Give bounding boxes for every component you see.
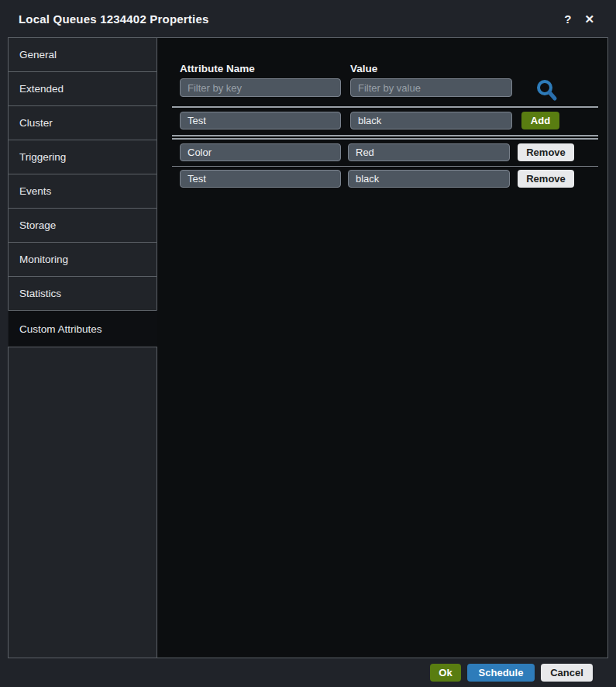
row-value-input[interactable] — [348, 170, 510, 188]
properties-dialog: Local Queues 1234402 Properties ? ✕ Gene… — [0, 0, 616, 687]
filter-value-input[interactable] — [350, 78, 512, 97]
help-icon[interactable]: ? — [564, 13, 571, 25]
tab-monitoring[interactable]: Monitoring — [8, 242, 157, 276]
titlebar: Local Queues 1234402 Properties ? ✕ — [0, 0, 616, 37]
tab-label: Triggering — [19, 151, 66, 163]
divider — [172, 106, 598, 108]
row-name-input[interactable] — [180, 170, 341, 188]
tab-label: Monitoring — [19, 254, 68, 265]
dialog-title: Local Queues 1234402 Properties — [19, 12, 209, 26]
close-icon[interactable]: ✕ — [584, 13, 594, 25]
sidebar: General Extended Cluster Triggering Even… — [8, 37, 157, 658]
remove-button[interactable]: Remove — [518, 170, 574, 188]
dialog-content: General Extended Cluster Triggering Even… — [8, 37, 608, 658]
tab-statistics[interactable]: Statistics — [8, 276, 157, 310]
tab-label: Cluster — [19, 117, 53, 129]
add-value-input[interactable] — [350, 112, 512, 129]
add-name-input[interactable] — [180, 112, 341, 129]
search-icon — [535, 78, 559, 103]
row-name-input[interactable] — [180, 143, 341, 161]
row-value-input[interactable] — [348, 143, 510, 161]
filter-key-input[interactable] — [180, 78, 341, 97]
tab-label: Storage — [19, 219, 56, 231]
dialog-footer: Ok Schedule Cancel — [0, 658, 616, 687]
divider — [172, 138, 598, 140]
attribute-name-header: Attribute Name — [180, 63, 255, 74]
tab-label: Extended — [19, 83, 64, 95]
value-header: Value — [350, 63, 377, 74]
add-button[interactable]: Add — [521, 112, 559, 129]
ok-button[interactable]: Ok — [430, 664, 461, 682]
tab-events[interactable]: Events — [8, 174, 157, 208]
tab-general[interactable]: General — [8, 37, 157, 71]
tab-label: Custom Attributes — [19, 323, 102, 335]
tab-storage[interactable]: Storage — [8, 208, 157, 242]
custom-attributes-panel: Attribute Name Value Add Remove — [157, 37, 608, 658]
schedule-button[interactable]: Schedule — [467, 664, 535, 682]
tab-cluster[interactable]: Cluster — [8, 105, 157, 140]
search-button[interactable] — [534, 78, 560, 103]
divider — [172, 166, 598, 167]
tab-label: General — [19, 49, 57, 60]
divider — [172, 135, 598, 136]
remove-button[interactable]: Remove — [518, 143, 574, 161]
tab-label: Statistics — [19, 288, 61, 299]
tab-label: Events — [19, 185, 51, 197]
sidebar-filler — [8, 347, 157, 658]
tab-custom-attributes[interactable]: Custom Attributes — [8, 310, 157, 347]
cancel-button[interactable]: Cancel — [541, 664, 593, 682]
tab-extended[interactable]: Extended — [8, 71, 157, 105]
tab-triggering[interactable]: Triggering — [8, 140, 157, 174]
titlebar-icons: ? ✕ — [564, 13, 594, 25]
